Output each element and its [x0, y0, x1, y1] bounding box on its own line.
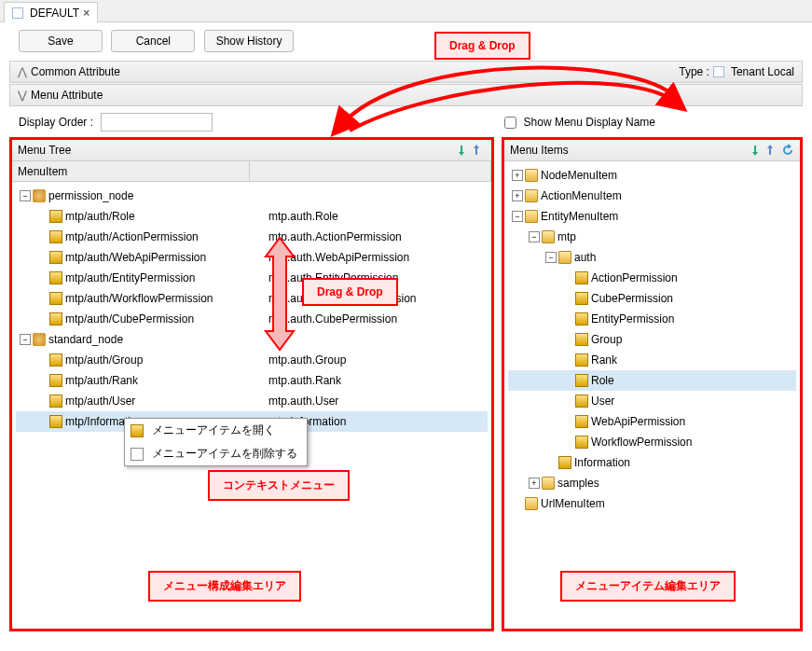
tree-row[interactable]: CubePermission [508, 288, 796, 309]
tree-label: mtp/auth/WebApiPermission [65, 251, 206, 264]
tree-label: Group [591, 333, 622, 346]
box-icon [575, 436, 588, 449]
display-order-input[interactable] [101, 113, 213, 132]
context-menu: メニューアイテムを開く メニューアイテムを削除する [124, 418, 308, 466]
node-icon [33, 189, 46, 202]
tree-label: standard_node [48, 333, 123, 346]
callout-right-area: メニューアイテム編集エリア [560, 571, 736, 602]
menu-items-title: Menu Items [510, 144, 569, 157]
folder-icon [542, 230, 555, 243]
menu-items-tree[interactable]: +NodeMenuItem+ActionMenuItem−EntityMenuI… [504, 161, 800, 518]
sort-desc-icon[interactable] [751, 144, 764, 157]
context-menu-delete[interactable]: メニューアイテムを削除する [125, 442, 307, 465]
collapse-icon[interactable]: − [20, 334, 31, 345]
menu-attribute-header[interactable]: ⋁ Menu Attribute [9, 84, 803, 106]
box-icon [49, 353, 62, 367]
tree-row[interactable]: Role [508, 370, 796, 391]
tree-row[interactable]: −EntityMenuItem [508, 206, 796, 227]
tree-row[interactable]: −permission_node [16, 186, 488, 206]
collapse-icon[interactable]: − [529, 231, 540, 242]
chevron-up-icon: ⋀ [18, 65, 27, 78]
tree-label: Rank [591, 353, 617, 367]
node-icon [33, 333, 46, 346]
common-attribute-label: Common Attribute [31, 65, 120, 78]
tree-row[interactable]: UrlMenuItem [508, 493, 796, 514]
folder-icon [525, 189, 538, 202]
expand-icon[interactable]: + [529, 478, 540, 489]
type-value: Tenant Local [731, 65, 794, 78]
box-icon [49, 395, 62, 408]
expand-icon[interactable]: + [512, 170, 523, 181]
tree-row[interactable]: −auth [508, 247, 796, 268]
tree-row[interactable]: −mtp [508, 227, 796, 247]
tree-row[interactable]: Information [508, 452, 796, 473]
collapse-icon[interactable]: − [20, 190, 31, 201]
callout-context-menu: コンテキストメニュー [208, 470, 350, 501]
tree-row[interactable]: mtp/auth/CubePermissionmtp.auth.CubePerm… [16, 309, 488, 329]
box-icon [49, 230, 62, 243]
menu-tree-title: Menu Tree [18, 144, 71, 157]
expand-icon[interactable]: + [512, 190, 523, 201]
tree-row[interactable]: mtp/auth/WorkflowPermissionmtp.auth.Work… [16, 288, 488, 309]
show-menu-display-name-label: Show Menu Display Name [524, 116, 655, 129]
tab-title: DEFAULT [30, 7, 79, 20]
type-label: Type : [679, 65, 709, 78]
tree-row[interactable]: mtp/auth/Rolemtp.auth.Role [16, 206, 488, 227]
box-icon [49, 312, 62, 326]
tree-row[interactable]: mtp/auth/EntityPermissionmtp.auth.Entity… [16, 268, 488, 288]
tree-row[interactable]: WorkflowPermission [508, 432, 796, 452]
tree-row[interactable]: mtp/auth/Rankmtp.auth.Rank [16, 370, 488, 391]
tree-row[interactable]: User [508, 391, 796, 411]
context-menu-open[interactable]: メニューアイテムを開く [125, 419, 307, 442]
sort-asc-icon[interactable] [766, 144, 779, 157]
show-history-button[interactable]: Show History [204, 30, 295, 52]
cancel-button[interactable]: Cancel [111, 30, 195, 52]
tree-label: WebApiPermission [591, 415, 685, 428]
tree-label: mtp/auth/CubePermission [65, 312, 194, 326]
tree-row[interactable]: −standard_node [16, 329, 488, 350]
display-order-label: Display Order : [19, 116, 93, 129]
tree-label: EntityPermission [591, 312, 674, 326]
tree-row[interactable]: mtp/auth/ActionPermissionmtp.auth.Action… [16, 227, 488, 247]
collapse-icon[interactable]: − [545, 252, 557, 263]
tree-row[interactable]: +NodeMenuItem [508, 165, 796, 186]
callout-dragdrop-mid: Drag & Drop [302, 278, 398, 306]
tree-label: WorkflowPermission [591, 436, 692, 449]
box-icon [49, 271, 62, 284]
column-header-menuitem: MenuItem [12, 161, 250, 181]
tree-row[interactable]: Rank [508, 350, 796, 370]
tree-label: mtp/auth/WorkflowPermission [65, 292, 213, 305]
save-button[interactable]: Save [19, 30, 103, 52]
tree-row[interactable]: ActionPermission [508, 268, 796, 288]
tree-label: ActionPermission [591, 271, 678, 284]
tree-row[interactable]: EntityPermission [508, 309, 796, 329]
tree-row[interactable]: Group [508, 329, 796, 350]
common-attribute-header[interactable]: ⋀ Common Attribute Type : Tenant Local [9, 61, 803, 83]
box-icon [575, 395, 588, 408]
tree-label-secondary: mtp.auth.WebApiPermission [268, 251, 409, 264]
delete-icon [131, 448, 144, 461]
tree-row[interactable]: mtp/auth/Usermtp.auth.User [16, 391, 488, 411]
refresh-icon[interactable] [781, 144, 794, 157]
tree-label: ActionMenuItem [541, 189, 622, 202]
page-icon [12, 7, 23, 19]
tree-row[interactable]: +samples [508, 473, 796, 493]
box-icon [575, 353, 588, 367]
tab-default[interactable]: DEFAULT × [4, 2, 98, 22]
sort-desc-icon[interactable] [458, 144, 471, 157]
collapse-icon[interactable]: − [512, 211, 523, 222]
tree-label: Role [591, 374, 614, 387]
menu-tree[interactable]: −permission_nodemtp/auth/Rolemtp.auth.Ro… [12, 182, 491, 436]
callout-dragdrop-top: Drag & Drop [434, 32, 530, 60]
tree-row[interactable]: mtp/auth/WebApiPermissionmtp.auth.WebApi… [16, 247, 488, 268]
show-menu-display-name-checkbox[interactable] [504, 117, 516, 129]
sort-asc-icon[interactable] [473, 144, 486, 157]
tree-row[interactable]: +ActionMenuItem [508, 186, 796, 206]
box-icon [49, 251, 62, 264]
tree-row[interactable]: WebApiPermission [508, 411, 796, 432]
box-icon [575, 312, 588, 326]
box-icon [575, 292, 588, 305]
tree-row[interactable]: mtp/auth/Groupmtp.auth.Group [16, 350, 488, 370]
box-icon [131, 424, 144, 437]
tab-close-icon[interactable]: × [83, 7, 89, 20]
